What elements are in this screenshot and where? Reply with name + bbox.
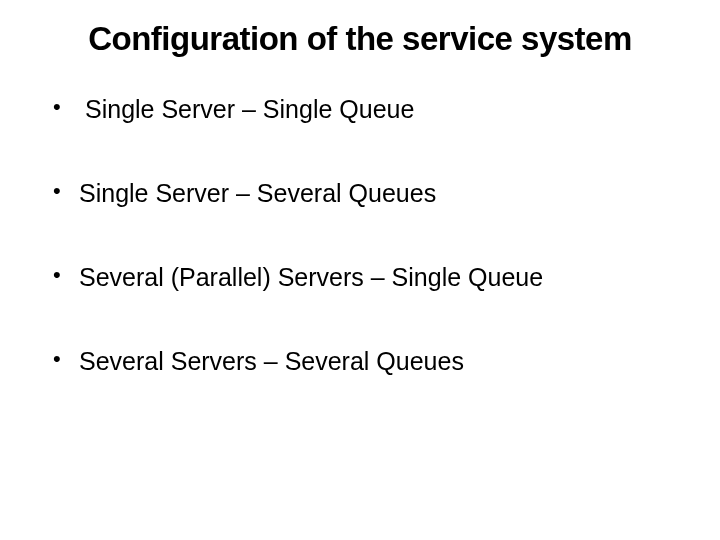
- bullet-list: Single Server – Single Queue Single Serv…: [45, 94, 675, 376]
- slide-title: Configuration of the service system: [45, 20, 675, 58]
- list-item: Several Servers – Several Queues: [53, 346, 675, 376]
- list-item: Several (Parallel) Servers – Single Queu…: [53, 262, 675, 292]
- list-item: Single Server – Several Queues: [53, 178, 675, 208]
- list-item: Single Server – Single Queue: [53, 94, 675, 124]
- slide-container: Configuration of the service system Sing…: [0, 0, 720, 540]
